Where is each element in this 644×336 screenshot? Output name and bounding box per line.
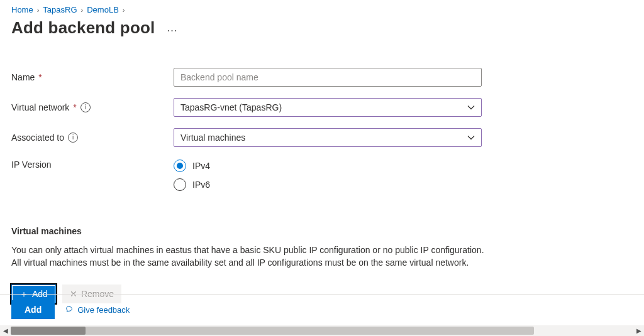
breadcrumb: Home › TapasRG › DemoLB › bbox=[11, 5, 633, 14]
horizontal-scrollbar[interactable]: ◀ ▶ bbox=[0, 325, 644, 336]
chevron-right-icon: › bbox=[81, 6, 84, 14]
more-actions-button[interactable]: … bbox=[167, 21, 179, 35]
name-label: Name bbox=[11, 72, 35, 82]
breadcrumb-demolb[interactable]: DemoLB bbox=[87, 5, 119, 14]
footer-divider bbox=[0, 294, 644, 295]
virtual-network-selected-value: TapasRG-vnet (TapasRG) bbox=[180, 102, 282, 112]
required-indicator: * bbox=[38, 72, 42, 82]
submit-add-button[interactable]: Add bbox=[11, 300, 55, 319]
required-indicator: * bbox=[73, 102, 76, 112]
chevron-down-icon bbox=[467, 134, 475, 141]
breadcrumb-home[interactable]: Home bbox=[11, 5, 33, 14]
associated-to-selected-value: Virtual machines bbox=[180, 133, 245, 143]
submit-add-button-label: Add bbox=[25, 305, 42, 315]
page-title: Add backend pool bbox=[11, 18, 155, 38]
ip-version-ipv4-label: IPv4 bbox=[192, 161, 210, 171]
breadcrumb-tapasrg[interactable]: TapasRG bbox=[43, 5, 77, 14]
chevron-right-icon: › bbox=[123, 6, 125, 14]
give-feedback-label: Give feedback bbox=[77, 305, 130, 315]
ip-version-ipv4-radio[interactable]: IPv4 bbox=[174, 160, 482, 172]
chevron-down-icon bbox=[467, 104, 475, 111]
scroll-right-arrow-icon[interactable]: ▶ bbox=[633, 325, 644, 336]
virtual-network-select[interactable]: TapasRG-vnet (TapasRG) bbox=[174, 98, 482, 117]
feedback-icon bbox=[65, 305, 74, 314]
radio-selected-icon bbox=[174, 160, 186, 172]
scrollbar-thumb[interactable] bbox=[11, 327, 534, 335]
chevron-right-icon: › bbox=[37, 6, 40, 14]
ip-version-ipv6-label: IPv6 bbox=[192, 180, 210, 190]
ip-version-label: IP Version bbox=[11, 160, 52, 170]
give-feedback-link[interactable]: Give feedback bbox=[65, 305, 130, 315]
associated-to-select[interactable]: Virtual machines bbox=[174, 128, 482, 147]
associated-to-label: Associated to bbox=[11, 133, 64, 143]
info-icon[interactable]: i bbox=[68, 133, 78, 143]
scrollbar-thumb-end[interactable] bbox=[11, 327, 86, 335]
radio-unselected-icon bbox=[174, 178, 186, 191]
scroll-left-arrow-icon[interactable]: ◀ bbox=[0, 325, 11, 336]
virtual-network-label: Virtual network bbox=[11, 102, 69, 112]
ip-version-radio-group: IPv4 IPv6 bbox=[174, 158, 482, 191]
info-icon[interactable]: i bbox=[80, 102, 91, 112]
ip-version-ipv6-radio[interactable]: IPv6 bbox=[174, 178, 482, 191]
name-input[interactable] bbox=[174, 68, 482, 87]
virtual-machines-heading: Virtual machines bbox=[11, 226, 633, 236]
scrollbar-track[interactable] bbox=[11, 325, 633, 336]
virtual-machines-description: You can only attach virtual machines in … bbox=[11, 244, 489, 269]
